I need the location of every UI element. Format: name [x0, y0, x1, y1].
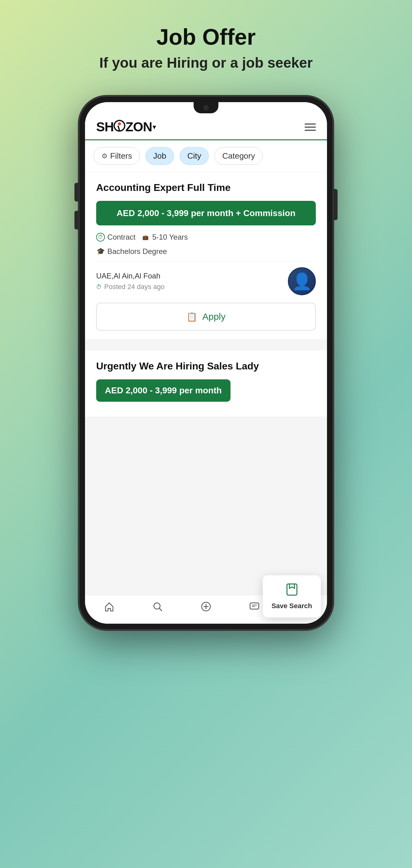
experience-label: 5-10 Years	[152, 233, 188, 242]
app-logo: SH ZON ▾	[96, 120, 156, 134]
listings-area: Accounting Expert Full Time AED 2,000 - …	[85, 172, 327, 595]
job-card-2: Urgently We Are Hiring Sales Lady AED 2,…	[85, 350, 327, 416]
save-search-icon	[271, 583, 312, 599]
contract-meta: ⏱ Contract	[96, 233, 136, 242]
city-filter-label: City	[187, 151, 201, 161]
posted-time-1: ⏱ Posted 24 days ago	[96, 283, 288, 291]
nav-search[interactable]	[152, 601, 163, 615]
education-meta: 🎓 Bachelors Degree	[96, 247, 316, 256]
nav-messages[interactable]	[249, 601, 260, 615]
apply-label: Apply	[202, 311, 226, 322]
contract-label: Contract	[107, 233, 136, 242]
svg-line-4	[159, 608, 162, 611]
job-title-2: Urgently We Are Hiring Sales Lady	[96, 361, 316, 372]
svg-point-1	[118, 122, 121, 125]
logo-pin-o	[113, 120, 125, 134]
filters-label: Filters	[110, 151, 132, 161]
card-separator	[85, 345, 327, 350]
salary-badge-1: AED 2,000 - 3,999 per month + Commission	[96, 201, 316, 225]
job-meta-1: ⏱ Contract 💼 5-10 Years	[96, 233, 316, 242]
avatar-icon: 👤	[292, 272, 312, 291]
job-location-1: UAE,Al Ain,Al Foah	[96, 272, 288, 280]
apply-button-1[interactable]: 📋 Apply	[96, 303, 316, 331]
filters-icon: ⚙	[101, 152, 108, 160]
phone-mockup: SH ZON ▾	[79, 96, 333, 630]
salary-row-2: AED 2,000 - 3,999 per month	[96, 379, 316, 402]
svg-rect-2	[287, 584, 297, 595]
add-icon	[200, 601, 212, 615]
clock-icon-2: ⏱	[96, 284, 102, 290]
phone-screen: SH ZON ▾	[85, 102, 327, 624]
messages-icon	[249, 601, 260, 615]
page-subtitle: If you are Hiring or a job seeker	[99, 54, 313, 71]
filters-button[interactable]: ⚙ Filters	[94, 147, 140, 165]
bag-icon: 💼	[141, 233, 150, 242]
job-footer-1: UAE,Al Ain,Al Foah ⏱ Posted 24 days ago …	[96, 267, 316, 295]
job-filter-label: Job	[153, 151, 166, 161]
notch-camera	[204, 105, 208, 110]
apply-icon: 📋	[186, 312, 197, 322]
experience-meta: 💼 5-10 Years	[141, 233, 188, 242]
search-icon	[152, 601, 163, 615]
save-search-popup[interactable]: Save Search	[263, 575, 321, 617]
city-filter-button[interactable]: City	[180, 147, 209, 165]
svg-rect-8	[250, 603, 259, 609]
salary-badge-2: AED 2,000 - 3,999 per month	[96, 379, 231, 402]
graduation-icon: 🎓	[96, 247, 105, 256]
clock-icon: ⏱	[96, 233, 105, 242]
posted-label-1: Posted 24 days ago	[104, 283, 164, 291]
logo-arrow: ▾	[152, 123, 156, 131]
page-header: Job Offer If you are Hiring or a job see…	[99, 0, 313, 84]
employer-avatar-1: 👤	[288, 267, 316, 295]
job-location-info-1: UAE,Al Ain,Al Foah ⏱ Posted 24 days ago	[96, 272, 288, 291]
app-header: SH ZON ▾	[85, 113, 327, 140]
save-search-label: Save Search	[271, 602, 312, 610]
divider-1	[96, 261, 316, 262]
page-title: Job Offer	[99, 25, 313, 49]
phone-notch	[194, 102, 218, 113]
nav-home[interactable]	[104, 601, 115, 615]
home-icon	[104, 601, 115, 615]
job-filter-button[interactable]: Job	[145, 147, 174, 165]
category-filter-label: Category	[222, 151, 255, 161]
category-filter-button[interactable]: Category	[214, 147, 263, 165]
app-content: SH ZON ▾	[85, 102, 327, 624]
job-title-1: Accounting Expert Full Time	[96, 182, 316, 193]
nav-add[interactable]	[200, 601, 212, 615]
hamburger-button[interactable]	[305, 124, 316, 131]
filter-bar: ⚙ Filters Job City Category	[85, 140, 327, 172]
job-card-1: Accounting Expert Full Time AED 2,000 - …	[85, 172, 327, 339]
logo-text-2: ZON	[125, 120, 152, 134]
education-label: Bachelors Degree	[107, 247, 167, 256]
logo-text: SH	[96, 120, 113, 134]
